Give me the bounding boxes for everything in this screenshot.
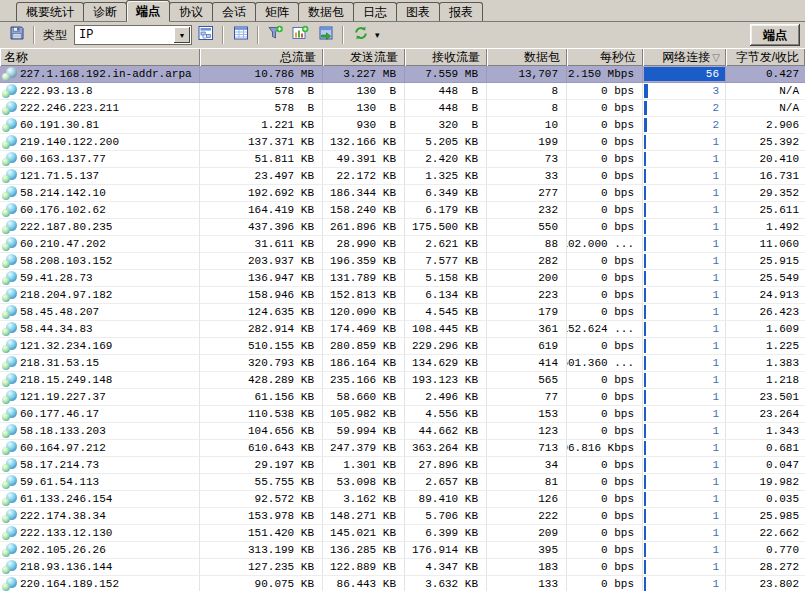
connection-count: 1 [712, 187, 719, 199]
table-row[interactable]: 222.133.12.130151.420 KB145.021 KB6.399 … [0, 525, 805, 542]
name-cell: 219.140.122.200 [0, 134, 200, 151]
table-row[interactable]: 60.164.97.212610.643 KB247.379 KB363.264… [0, 440, 805, 457]
column-header-network-connections[interactable]: 网络连接 ▽ [643, 48, 726, 66]
table-row[interactable]: 58.17.214.7329.197 KB1.301 KB27.896 KB34… [0, 457, 805, 474]
received-traffic-cell: 320 B [405, 117, 487, 134]
endpoint-panel-button[interactable]: 端点 [750, 24, 800, 46]
connection-bar [644, 186, 646, 200]
detail-table-button[interactable] [229, 25, 252, 46]
locate-button[interactable] [314, 25, 337, 46]
save-button[interactable] [5, 25, 28, 46]
received-traffic-cell: 4.556 KB [405, 406, 487, 423]
tree-view-button[interactable] [194, 25, 217, 46]
table-row[interactable]: 60.191.30.811.221 KB930 B320 B100 bps22.… [0, 117, 805, 134]
byte-ratio-cell: 25.915 [726, 253, 805, 270]
table-row[interactable]: 58.45.48.207124.635 KB120.090 KB4.545 KB… [0, 304, 805, 321]
total-traffic-cell: 313.199 KB [200, 542, 323, 559]
name-cell: 60.176.102.62 [0, 202, 200, 219]
connection-count: 1 [712, 510, 719, 522]
total-traffic-cell: 90.075 KB [200, 576, 323, 591]
table-row[interactable]: 59.61.54.11355.755 KB53.098 KB2.657 KB81… [0, 474, 805, 491]
column-header-total-traffic[interactable]: 总流量 [200, 48, 323, 66]
endpoint-node-icon [2, 475, 17, 489]
table-row[interactable]: 219.140.122.200137.371 KB132.166 KB5.205… [0, 134, 805, 151]
bits-per-second-cell: 0 bps [567, 168, 643, 185]
table-row[interactable]: 58.44.34.83282.914 KB174.469 KB108.445 K… [0, 321, 805, 338]
connection-count: 1 [712, 561, 719, 573]
table-row[interactable]: 227.1.168.192.in-addr.arpa10.786 MB3.227… [0, 66, 805, 83]
tab-matrix[interactable]: 矩阵 [255, 2, 299, 21]
received-traffic-cell: 6.399 KB [405, 525, 487, 542]
column-header-bits-per-second[interactable]: 每秒位 [567, 48, 643, 66]
column-header-sent-traffic[interactable]: 发送流量 [323, 48, 405, 66]
column-header-packets[interactable]: 数据包 [487, 48, 567, 66]
bits-per-second-cell: 0 bps [567, 508, 643, 525]
refresh-dropdown-icon[interactable]: ▾ [375, 30, 380, 40]
table-row[interactable]: 61.133.246.15492.572 KB3.162 KB89.410 KB… [0, 491, 805, 508]
endpoint-node-icon [2, 101, 17, 115]
combobox-dropdown-icon[interactable]: ▼ [174, 27, 190, 43]
table-row[interactable]: 218.31.53.15320.793 KB186.164 KB134.629 … [0, 355, 805, 372]
network-connections-cell: 1 [643, 372, 726, 389]
table-row[interactable]: 222.187.80.235437.396 KB261.896 KB175.50… [0, 219, 805, 236]
network-connections-cell: 1 [643, 559, 726, 576]
endpoint-table-body: 227.1.168.192.in-addr.arpa10.786 MB3.227… [0, 66, 805, 591]
connection-count: 1 [712, 255, 719, 267]
table-row[interactable]: 222.93.13.8578 B130 B448 B80 bps3N/A [0, 83, 805, 100]
table-row[interactable]: 121.71.5.13723.497 KB22.172 KB1.325 KB33… [0, 168, 805, 185]
column-header-received-traffic[interactable]: 接收流量 [405, 48, 487, 66]
packets-cell: 200 [487, 270, 567, 287]
table-row[interactable]: 60.176.102.62164.419 KB158.240 KB6.179 K… [0, 202, 805, 219]
table-row[interactable]: 60.163.137.7751.811 KB49.391 KB2.420 KB7… [0, 151, 805, 168]
add-filter-button[interactable] [264, 25, 287, 46]
table-row[interactable]: 121.32.234.169510.155 KB280.859 KB229.29… [0, 338, 805, 355]
table-row[interactable]: 218.204.97.182158.946 KB152.813 KB6.134 … [0, 287, 805, 304]
received-traffic-cell: 229.296 KB [405, 338, 487, 355]
table-row[interactable]: 218.93.136.144127.235 KB122.889 KB4.347 … [0, 559, 805, 576]
byte-ratio-cell: 25.549 [726, 270, 805, 287]
network-connections-cell: 1 [643, 185, 726, 202]
table-row[interactable]: 220.164.189.15290.075 KB86.443 KB3.632 K… [0, 576, 805, 591]
byte-ratio-cell: 1.225 [726, 338, 805, 355]
type-combobox[interactable]: IP ▼ [74, 25, 192, 45]
table-row[interactable]: 60.210.47.20231.611 KB28.990 KB2.621 KB8… [0, 236, 805, 253]
refresh-button[interactable] [349, 25, 372, 46]
tab-chart[interactable]: 图表 [396, 2, 440, 21]
table-row[interactable]: 222.246.223.211578 B130 B448 B80 bps2N/A [0, 100, 805, 117]
table-row[interactable]: 59.41.28.73136.947 KB131.789 KB5.158 KB2… [0, 270, 805, 287]
column-header-name[interactable]: 名称 [0, 48, 200, 66]
total-traffic-cell: 578 B [200, 83, 323, 100]
byte-ratio-cell: 0.047 [726, 457, 805, 474]
table-row[interactable]: 222.174.38.34153.978 KB148.271 KB5.706 K… [0, 508, 805, 525]
add-graph-button[interactable] [289, 25, 312, 46]
tab-report[interactable]: 报表 [439, 2, 483, 21]
tab-diagnosis[interactable]: 诊断 [83, 2, 127, 21]
tab-packet[interactable]: 数据包 [298, 2, 354, 21]
total-traffic-cell: 92.572 KB [200, 491, 323, 508]
sent-traffic-cell: 235.166 KB [323, 372, 405, 389]
tab-conversation[interactable]: 会话 [212, 2, 256, 21]
endpoint-name: 218.93.136.144 [20, 561, 112, 573]
tab-log[interactable]: 日志 [353, 2, 397, 21]
endpoint-node-icon [2, 390, 17, 404]
table-row[interactable]: 58.18.133.203104.656 KB59.994 KB44.662 K… [0, 423, 805, 440]
byte-ratio-cell: 16.731 [726, 168, 805, 185]
tab-endpoint[interactable]: 端点 [126, 0, 170, 22]
table-row[interactable]: 58.214.142.10192.692 KB186.344 KB6.349 K… [0, 185, 805, 202]
tab-summary[interactable]: 概要统计 [16, 2, 84, 21]
table-row[interactable]: 58.208.103.152203.937 KB196.359 KB7.577 … [0, 253, 805, 270]
table-row[interactable]: 218.15.249.148428.289 KB235.166 KB193.12… [0, 372, 805, 389]
table-row[interactable]: 60.177.46.17110.538 KB105.982 KB4.556 KB… [0, 406, 805, 423]
total-traffic-cell: 610.643 KB [200, 440, 323, 457]
table-row[interactable]: 202.105.26.26313.199 KB136.285 KB176.914… [0, 542, 805, 559]
endpoint-node-icon [2, 492, 17, 506]
sent-traffic-cell: 130 B [323, 100, 405, 117]
table-row[interactable]: 121.19.227.3761.156 KB58.660 KB2.496 KB7… [0, 389, 805, 406]
total-traffic-cell: 29.197 KB [200, 457, 323, 474]
connection-count: 1 [712, 204, 719, 216]
column-header-byte-ratio[interactable]: 字节发/收比 [726, 48, 805, 66]
connection-bar [644, 441, 646, 455]
tab-protocol[interactable]: 协议 [169, 2, 213, 21]
network-connections-cell: 1 [643, 134, 726, 151]
name-cell: 222.133.12.130 [0, 525, 200, 542]
